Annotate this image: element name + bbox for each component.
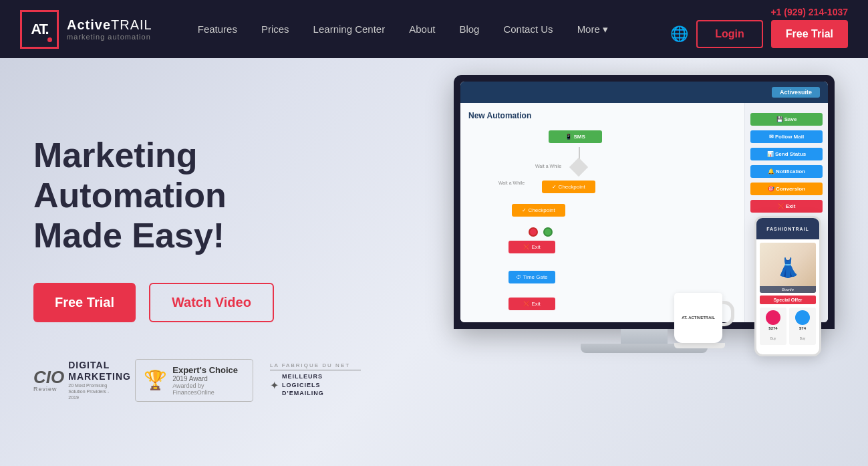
free-trial-button-nav[interactable]: Free Trial — [771, 20, 848, 48]
award-fabrique: LA FABRIQUE DU NET ✦ MEILLEURS LOGICIELS… — [270, 362, 361, 398]
monitor-illustration: Activesuite New Automation — [454, 75, 835, 353]
phone-product-2: $74 Buy — [789, 308, 816, 345]
phone-offer-banner: Special Offer — [760, 296, 816, 304]
navbar: +1 (929) 214-1037 AT. ActiveTrail market… — [0, 0, 868, 58]
nav-blog[interactable]: Blog — [447, 0, 491, 58]
nav-about[interactable]: About — [397, 0, 447, 58]
phone: FASHIONTRAIL 👗 Bowtie Special Offer $274… — [754, 216, 821, 356]
screen-main-area: New Automation 📱 SMS Wait a While — [460, 103, 744, 322]
flow-container: 📱 SMS Wait a While ✓ Checkpoint Wait a W… — [468, 127, 736, 314]
nav-prices[interactable]: Prices — [249, 0, 301, 58]
nav-right: 🌐 Login Free Trial — [670, 20, 848, 48]
trophy-icon: 🏆 — [144, 369, 167, 391]
nav-more[interactable]: More ▾ — [565, 0, 620, 58]
brand-tagline: marketing automation — [67, 33, 152, 41]
awards-row: CIO Review DigitalMarketing 20 Most Prom… — [33, 359, 361, 402]
watch-video-button[interactable]: Watch Video — [149, 283, 274, 322]
brand-text: ActiveTrail marketing automation — [67, 17, 152, 41]
phone-header: FASHIONTRAIL — [756, 218, 819, 239]
mug-base — [674, 343, 725, 348]
monitor-neck — [621, 329, 668, 344]
nav-links: Features Prices Learning Center About Bl… — [186, 0, 671, 58]
nav-contact-us[interactable]: Contact Us — [491, 0, 565, 58]
phone-product-1: $274 Buy — [760, 308, 786, 345]
logo-link[interactable]: AT. ActiveTrail marketing automation — [20, 10, 152, 49]
globe-icon[interactable]: 🌐 — [670, 25, 688, 43]
free-trial-hero-button[interactable]: Free Trial — [33, 283, 136, 322]
automation-title-label: New Automation — [468, 111, 736, 120]
nav-learning-center[interactable]: Learning Center — [301, 0, 398, 58]
phone-number: +1 (929) 214-1037 — [770, 7, 848, 17]
mug-logo-text: AT. ACTIVETRAIL — [682, 315, 715, 320]
phone-hero-img: 👗 Bowtie — [760, 243, 816, 293]
nav-features[interactable]: Features — [186, 0, 249, 58]
logo-dot — [47, 37, 52, 42]
hero-section: Marketing Automation Made Easy! Free Tri… — [0, 58, 868, 466]
cio-icon: CIO Review — [33, 368, 64, 392]
hero-title: Marketing Automation Made Easy! — [33, 136, 361, 255]
phone-body: 👗 Bowtie Special Offer $274 Buy $74 Bu — [756, 239, 819, 348]
logo-box: AT. — [20, 10, 59, 49]
award-cio: CIO Review DigitalMarketing 20 Most Prom… — [33, 360, 118, 400]
phone-products-row: $274 Buy $74 Buy — [760, 308, 816, 345]
mug-body: AT. ACTIVETRAIL — [674, 293, 722, 343]
phone-brand-text: FASHIONTRAIL — [766, 227, 809, 231]
login-button[interactable]: Login — [696, 20, 763, 48]
hero-content: Marketing Automation Made Easy! Free Tri… — [33, 122, 361, 401]
brand-name: ActiveTrail — [67, 17, 152, 33]
award-experts-choice: 🏆 Expert's Choice 2019 Award Awarded by … — [135, 359, 253, 402]
hero-buttons: Free Trial Watch Video — [33, 283, 361, 322]
screen-topbar: Activesuite — [460, 82, 828, 103]
logo-at-text: AT. — [31, 21, 47, 38]
screen-brand: Activesuite — [772, 87, 820, 98]
mug: AT. ACTIVETRAIL — [674, 293, 728, 356]
